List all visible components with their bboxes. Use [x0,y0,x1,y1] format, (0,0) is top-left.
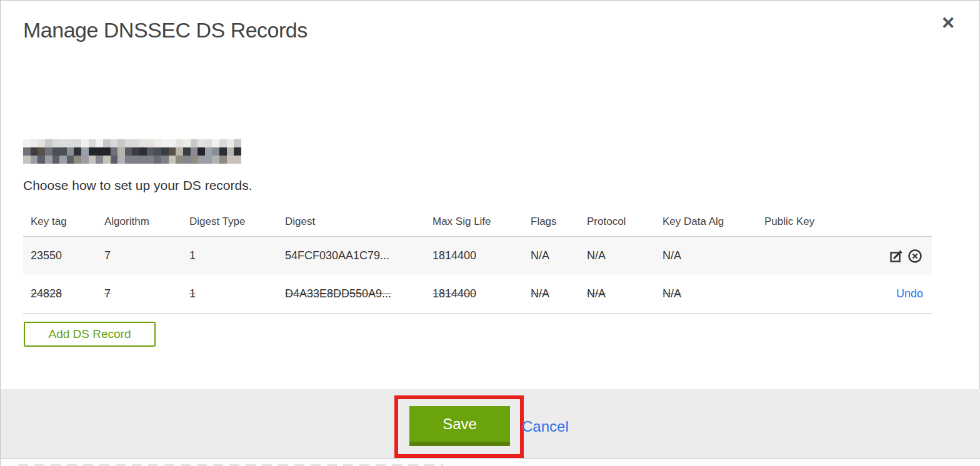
dialog-footer: Save Cancel [1,389,980,459]
cell-max-sig-life: 1814400 [425,249,523,262]
undo-link[interactable]: Undo [896,287,923,300]
save-button[interactable]: Save [409,406,510,446]
cell-key-data-alg: N/A [655,287,757,300]
clipped-underlying-page [1,459,980,466]
table-header-row: Key tag Algorithm Digest Type Digest Max… [23,207,932,236]
cell-key-tag: 24828 [23,287,97,300]
cancel-link[interactable]: Cancel [522,418,569,435]
column-header-max-sig-life: Max Sig Life [425,216,523,228]
redacted-domain [23,139,241,164]
dnssec-dialog: Manage DNSSEC DS Records ✕ Choose how to… [0,0,980,466]
close-icon[interactable]: ✕ [936,11,961,36]
cell-flags: N/A [523,287,579,300]
cell-algorithm: 7 [97,249,182,262]
cell-digest: 54FCF030AA1C79... [278,249,425,262]
cell-algorithm: 7 [97,287,182,300]
column-header-algorithm: Algorithm [97,216,182,228]
ds-records-table: Key tag Algorithm Digest Type Digest Max… [23,207,932,314]
instruction-text: Choose how to set up your DS records. [23,178,252,193]
column-header-key-data-alg: Key Data Alg [655,216,757,228]
cell-digest: D4A33E8DD550A9... [278,287,425,300]
table-row-deleted: 24828 7 1 D4A33E8DD550A9... 1814400 N/A … [23,275,932,314]
cell-max-sig-life: 1814400 [425,287,523,300]
annotation-highlight-box: Save [394,395,524,458]
edit-record-icon[interactable] [888,248,904,264]
column-header-public-key: Public Key [757,216,838,228]
cell-digest-type: 1 [182,249,278,262]
table-row: 23550 7 1 54FCF030AA1C79... 1814400 N/A … [23,236,932,275]
column-header-flags: Flags [523,216,579,228]
add-ds-record-button[interactable]: Add DS Record [24,322,156,347]
cell-key-data-alg: N/A [655,249,757,262]
cell-flags: N/A [523,249,579,262]
page-title: Manage DNSSEC DS Records [23,18,308,42]
column-header-protocol: Protocol [579,216,655,228]
cell-protocol: N/A [579,249,655,262]
column-header-key-tag: Key tag [23,216,97,228]
cell-digest-type: 1 [182,287,278,300]
column-header-digest: Digest [278,216,425,228]
cell-key-tag: 23550 [23,249,97,262]
column-header-digest-type: Digest Type [182,216,278,228]
delete-record-icon[interactable] [907,248,923,264]
cell-protocol: N/A [579,287,655,300]
